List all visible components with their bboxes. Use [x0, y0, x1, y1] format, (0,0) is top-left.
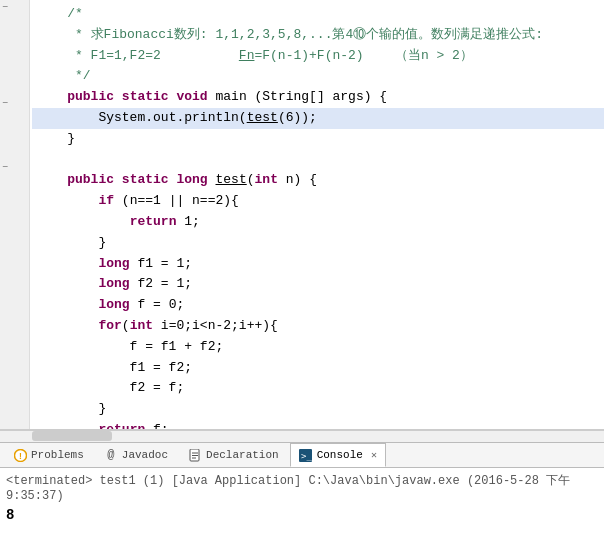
at-icon: @ [104, 448, 118, 462]
tab-javadoc-label: Javadoc [122, 449, 168, 461]
code-line: return 1; [32, 212, 604, 233]
code-line: for(int i=0;i<n-2;i++){ [32, 316, 604, 337]
code-line: if (n==1 || n==2){ [32, 191, 604, 212]
warning-icon: ! [13, 448, 27, 462]
code-line [32, 150, 604, 171]
code-line: f = f1 + f2; [32, 337, 604, 358]
console-output: 8 [6, 507, 598, 523]
tab-declaration[interactable]: Declaration [179, 443, 288, 467]
collapse-icon-3[interactable]: − [2, 162, 8, 173]
tab-problems-label: Problems [31, 449, 84, 461]
horizontal-scrollbar[interactable] [0, 430, 604, 442]
code-line: long f = 0; [32, 295, 604, 316]
code-editor: − − − /* * 求Fibonacci数列: 1,1,2,3,5,8,...… [0, 0, 604, 430]
tab-console-label: Console [317, 449, 363, 461]
code-line: * 求Fibonacci数列: 1,1,2,3,5,8,...第4⑩个输的值。数… [32, 25, 604, 46]
code-line: /* [32, 4, 604, 25]
code-line: public static void main (String[] args) … [32, 87, 604, 108]
code-line: long f2 = 1; [32, 274, 604, 295]
code-line: f2 = f; [32, 378, 604, 399]
code-line: long f1 = 1; [32, 254, 604, 275]
console-close-icon[interactable]: ✕ [371, 449, 377, 461]
code-lines: /* * 求Fibonacci数列: 1,1,2,3,5,8,...第4⑩个输的… [32, 0, 604, 430]
doc-icon [188, 448, 202, 462]
collapse-icon-1[interactable]: − [2, 2, 8, 13]
code-line: } [32, 129, 604, 150]
svg-text:!: ! [17, 452, 22, 462]
code-line: f1 = f2; [32, 358, 604, 379]
console-header: <terminated> test1 (1) [Java Application… [6, 472, 598, 503]
code-line: * F1=1,F2=2 Fn=F(n-1)+F(n-2) （当n > 2） [32, 46, 604, 67]
collapse-icon-2[interactable]: − [2, 98, 8, 109]
code-line: public static long test(int n) { [32, 170, 604, 191]
tab-javadoc[interactable]: @ Javadoc [95, 443, 177, 467]
console-area: <terminated> test1 (1) [Java Application… [0, 468, 604, 552]
code-line: return f; [32, 420, 604, 430]
code-line-highlight: System.out.println(test(6)); [32, 108, 604, 129]
tab-problems[interactable]: ! Problems [4, 443, 93, 467]
console-icon: >_ [299, 448, 313, 462]
code-line: } [32, 399, 604, 420]
code-line: */ [32, 66, 604, 87]
tab-declaration-label: Declaration [206, 449, 279, 461]
tab-console[interactable]: >_ Console ✕ [290, 443, 386, 467]
tab-bar: ! Problems @ Javadoc Declaration >_ C [0, 442, 604, 468]
line-gutter: − − − [0, 0, 30, 429]
code-line: } [32, 233, 604, 254]
svg-text:>_: >_ [301, 451, 312, 461]
